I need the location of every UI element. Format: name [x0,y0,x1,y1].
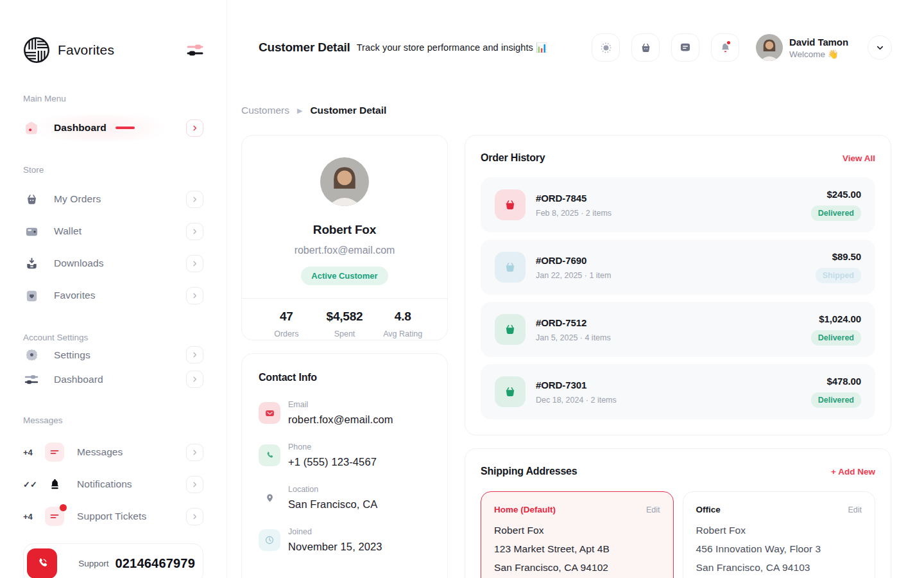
sidebar-item-support-tickets[interactable]: +4 Support Tickets [23,504,203,529]
chevron-right-icon[interactable] [186,223,203,240]
order-amount: $478.00 [811,376,861,387]
contact-value: November 15, 2023 [288,541,382,553]
order-row[interactable]: #ORD-7301 Dec 18, 2024 · 2 items $478.00… [481,364,875,419]
basket-icon [495,189,526,220]
support-label: Support [78,559,108,568]
cart-button[interactable] [631,33,660,62]
sidebar-item-wallet[interactable]: Wallet [23,218,203,244]
order-amount: $245.00 [811,189,861,200]
edit-address-link[interactable]: Edit [646,505,660,514]
order-row[interactable]: #ORD-7690 Jan 22, 2025 · 1 item $89.50 S… [481,240,875,295]
user-menu[interactable]: David Tamon Welcome 👋 [756,34,848,61]
chevron-right-icon[interactable] [186,287,203,304]
sidebar-item-settings[interactable]: Settings [23,343,203,367]
sidebar-collapse-icon[interactable] [187,43,203,57]
theme-toggle-button[interactable] [592,33,620,62]
contact-value: San Francisco, CA [288,498,377,511]
gear-icon [23,347,40,363]
sidebar-item-my-orders[interactable]: My Orders [23,186,203,212]
sidebar-item-label: Support Tickets [77,511,146,522]
stat-avg-rating: 4.8 Avg Rating [373,310,432,338]
avatar [756,34,783,61]
chevron-right-icon[interactable] [186,476,203,493]
address-line: Robert Fox [494,525,660,536]
support-card[interactable]: Support 02146467979 [23,543,203,578]
sidebar-item-label: Favorites [54,290,96,301]
stat-spent: $4,582 Spent [316,310,374,338]
order-meta: Jan 22, 2025 · 1 item [536,271,611,280]
contact-label: Phone [288,442,377,451]
section-label-main-menu: Main Menu [23,94,203,103]
stat-value: 47 [257,310,316,324]
brand-name: Favorites [58,42,187,58]
user-greeting: Welcome 👋 [789,49,848,59]
order-row[interactable]: #ORD-7845 Feb 8, 2025 · 2 items $245.00 … [481,177,875,232]
edit-address-link[interactable]: Edit [848,505,862,514]
chevron-right-icon[interactable] [186,346,203,363]
sidebar-item-label: Dashboard [54,122,107,134]
page-title: Customer Detail [259,40,350,55]
unread-count-badge: +4 [23,512,45,521]
chevron-right-icon[interactable] [186,191,203,208]
sidebar-item-label: Notifications [77,478,132,490]
active-indicator [116,127,135,129]
contact-row-joined: Joined November 15, 2023 [259,527,431,553]
stat-orders: 47 Orders [257,310,316,338]
brand: Favorites [23,36,203,64]
sidebar-item-downloads[interactable]: Downloads [23,250,203,276]
main-content: Customer Detail Track your store perform… [228,0,924,578]
contact-label: Location [288,485,377,494]
sidebar-item-messages[interactable]: +4 Messages [23,439,203,465]
stat-label: Avg Rating [373,329,432,338]
shipping-addresses-card: Shipping Addresses + Add New Home (Defau… [465,448,891,578]
order-id: #ORD-7845 [536,193,612,204]
sidebar-item-notifications[interactable]: ✓✓ Notifications [23,471,203,497]
order-status-badge: Delivered [811,392,861,408]
user-name: David Tamon [789,37,848,48]
sliders-icon [23,371,40,388]
breadcrumb-customers[interactable]: Customers [241,105,289,116]
breadcrumb-current: Customer Detail [310,105,386,116]
order-row[interactable]: #ORD-7512 Jan 5, 2025 · 4 items $1,024.0… [481,302,875,357]
chevron-right-icon[interactable] [186,444,203,461]
messages-button[interactable] [671,33,699,62]
download-icon [23,255,40,272]
sidebar-item-label: Settings [54,349,90,361]
address-line: Robert Fox [696,525,862,536]
sidebar-item-dashboard[interactable]: Dashboard [23,115,203,141]
chevron-right-icon[interactable] [186,371,203,388]
customer-profile-card: Robert Fox robert.fox@email.com Active C… [241,135,448,340]
page-subtitle: Track your store performance and insight… [357,42,547,53]
chevron-down-icon[interactable] [868,35,892,60]
order-id: #ORD-7301 [536,380,617,390]
order-meta: Dec 18, 2024 · 2 items [536,396,617,405]
shield-heart-icon [23,287,40,304]
stat-value: 4.8 [373,310,432,324]
chevron-right-icon[interactable] [186,255,203,272]
order-amount: $89.50 [816,251,861,262]
order-id: #ORD-7690 [536,255,611,266]
chat-lines-icon [45,442,64,462]
contact-row-location: Location San Francisco, CA [259,485,431,511]
address-line: San Francisco, CA 94103 [696,562,862,574]
chevron-right-icon[interactable] [186,508,203,525]
status-badge: Active Customer [301,267,388,285]
contact-row-email: Email robert.fox@email.com [259,400,431,426]
breadcrumb-arrow-icon: ▶ [297,107,302,115]
basket-icon [23,191,40,207]
customer-stats: 47 Orders $4,582 Spent 4.8 Avg Rating [257,310,432,338]
address-card-home: Home (Default) Edit Robert Fox 123 Marke… [481,491,674,578]
chevron-right-icon[interactable] [186,119,203,137]
add-new-address-link[interactable]: + Add New [831,467,875,477]
contact-value: +1 (555) 123-4567 [288,456,377,468]
phone-icon [259,444,280,466]
order-meta: Feb 8, 2025 · 2 items [536,209,612,218]
sidebar-item-favorites[interactable]: Favorites [23,283,203,308]
contact-info-title: Contact Info [259,372,431,383]
sidebar-item-label: Downloads [54,258,104,269]
sidebar-item-dashboard-settings[interactable]: Dashboard [23,367,203,391]
sidebar-item-label: Wallet [54,225,81,237]
view-all-link[interactable]: View All [843,153,875,163]
notifications-button[interactable] [711,33,739,62]
basket-icon [495,376,526,407]
